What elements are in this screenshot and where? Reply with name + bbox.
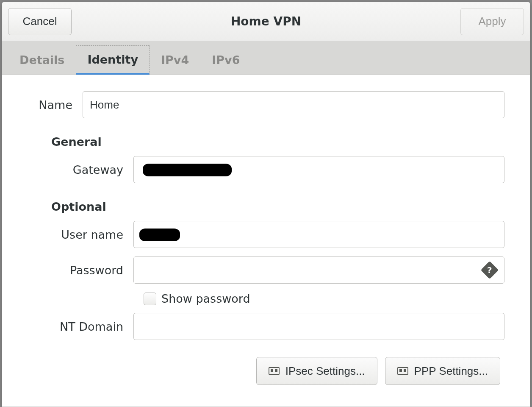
dialog-title: Home VPN <box>72 14 460 28</box>
optional-heading: Optional <box>51 200 504 213</box>
vpn-settings-dialog: Cancel Home VPN Apply Details Identity I… <box>2 2 530 407</box>
show-password-checkbox[interactable] <box>144 293 156 305</box>
show-password-label: Show password <box>161 292 250 305</box>
name-label: Name <box>28 98 83 112</box>
header-bar: Cancel Home VPN Apply <box>2 2 530 41</box>
username-row: User name <box>28 221 504 248</box>
tab-ipv4[interactable]: IPv4 <box>150 45 200 75</box>
gateway-label: Gateway <box>28 163 133 176</box>
identity-panel: Name General Gateway Optional User name … <box>2 75 530 407</box>
tab-identity[interactable]: Identity <box>76 45 150 75</box>
ntdomain-input[interactable] <box>133 313 504 340</box>
tab-ipv6[interactable]: IPv6 <box>200 45 251 75</box>
apply-button[interactable]: Apply <box>460 8 524 35</box>
name-input[interactable] <box>83 91 504 118</box>
username-input[interactable] <box>133 221 504 248</box>
ntdomain-row: NT Domain <box>28 313 504 340</box>
settings-icon <box>269 367 280 375</box>
settings-icon <box>397 367 408 375</box>
advanced-buttons-row: IPsec Settings... PPP Settings... <box>28 357 504 385</box>
ipsec-settings-label: IPsec Settings... <box>285 365 365 378</box>
gateway-row: Gateway <box>28 156 504 183</box>
name-row: Name <box>28 91 504 118</box>
show-password-row: Show password <box>144 292 504 305</box>
tab-bar: Details Identity IPv4 IPv6 <box>2 41 530 75</box>
ipsec-settings-button[interactable]: IPsec Settings... <box>256 357 377 385</box>
ppp-settings-button[interactable]: PPP Settings... <box>385 357 500 385</box>
tab-details[interactable]: Details <box>8 45 76 75</box>
general-heading: General <box>51 135 504 148</box>
ntdomain-label: NT Domain <box>28 320 133 333</box>
password-row: Password ? <box>28 256 504 284</box>
username-label: User name <box>28 228 133 241</box>
password-input[interactable] <box>133 256 504 284</box>
cancel-button[interactable]: Cancel <box>8 8 72 35</box>
gateway-input[interactable] <box>133 156 504 183</box>
ppp-settings-label: PPP Settings... <box>414 365 488 378</box>
password-label: Password <box>28 264 133 277</box>
